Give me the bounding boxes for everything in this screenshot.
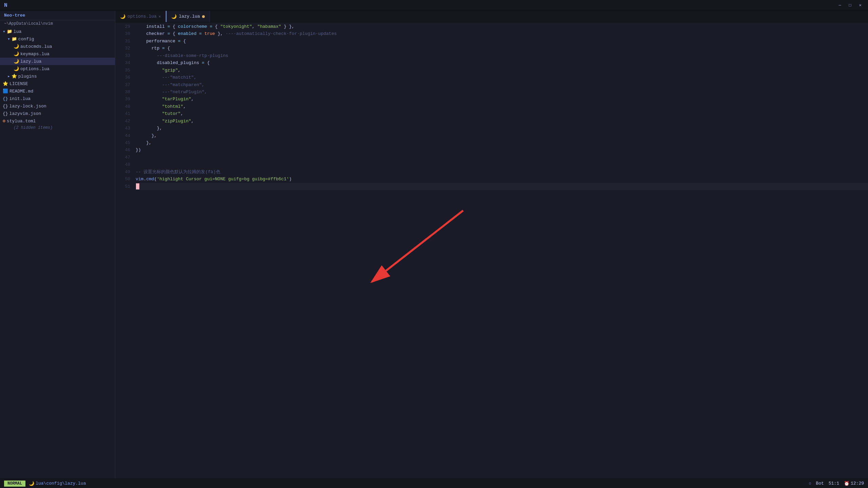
sidebar-item-label: lazyvim.json [9,111,41,116]
sidebar-title: Neo-tree [0,11,115,20]
tab-label: options.lua [127,14,157,19]
sidebar-item-plugins[interactable]: ▸ ⭐ plugins [0,73,115,80]
code-line-44: }, [136,132,868,139]
code-line-32: rtp = { [136,45,868,52]
hidden-items-label: (2 hidden items) [0,125,115,131]
file-type-icon: 🌙 [29,481,34,486]
code-content: install = { colorscheme = { "tokyonight"… [133,22,868,479]
sidebar-item-label: config [18,37,34,42]
code-line-51 [136,183,868,190]
sidebar-item-lazyvim[interactable]: {} lazyvim.json [0,110,115,117]
code-line-49: -- 设置光标的颜色默认为拉姆的发(fà)色 [136,168,868,176]
code-line-34: disabled_plugins = { [136,59,868,66]
sidebar-item-readme[interactable]: 🟦 README.md [0,87,115,95]
editor-area: 🌙 options.lua ✕ 🌙 lazy.lua 29 30 31 32 3… [115,11,868,479]
tab-file-icon: 🌙 [120,14,125,19]
sidebar-item-label: stylua.toml [7,119,36,124]
sidebar-item-autocmds[interactable]: 🌙 autocmds.lua [0,43,115,50]
app-logo: N [4,2,7,8]
code-line-48 [136,161,868,168]
status-position: 51:1 [829,481,839,486]
status-right: o Bot 51:1 ⏰ 12:29 [809,481,864,486]
code-line-45: }, [136,139,868,146]
sidebar-item-label: keymaps.lua [20,52,50,57]
sidebar-path: ~\AppData\Local\nvim [0,20,115,27]
code-line-39: "tarPlugin", [136,96,868,103]
sidebar-item-license[interactable]: ⭐ LICENSE [0,80,115,87]
code-line-43: }, [136,125,868,132]
sidebar-item-config[interactable]: ▾ 📁 config [0,35,115,43]
status-time-value: 12:29 [851,481,864,486]
sidebar-item-stylua[interactable]: ⚙ stylua.toml [0,117,115,125]
folder-icon: 📁 [7,29,12,34]
tab-close-button[interactable]: ✕ [159,14,161,19]
titlebar-left: N [4,2,7,8]
folder-open-icon: ▾ [7,36,10,42]
lua-file-icon: {} [3,96,8,101]
sidebar-item-label: README.md [9,89,33,94]
code-line-47 [136,154,868,161]
minimize-button[interactable]: — [836,2,844,9]
status-file: 🌙 lua\config\lazy.lua [29,481,86,486]
line-numbers: 29 30 31 32 33 34 35 36 37 38 39 40 41 4… [115,22,133,479]
status-o: o [809,481,811,486]
json-file-icon: {} [3,111,8,116]
code-line-41: "tutor", [136,110,868,117]
status-file-path: lua\config\lazy.lua [36,481,86,486]
sidebar-item-init[interactable]: {} init.lua [0,95,115,102]
sidebar-item-label: plugins [18,74,37,79]
folder-icon: 📁 [12,36,17,42]
lua-file-icon: 🌙 [14,59,19,64]
code-line-31: performance = { [136,38,868,45]
sidebar: Neo-tree ~\AppData\Local\nvim ▾ 📁 lua ▾ … [0,11,115,479]
lua-file-icon: 🌙 [14,44,19,49]
lua-file-icon: 🌙 [14,66,19,72]
sidebar-item-keymaps[interactable]: 🌙 keymaps.lua [0,50,115,58]
main-layout: Neo-tree ~\AppData\Local\nvim ▾ 📁 lua ▾ … [0,11,868,479]
folder-icon: ⭐ [12,74,17,79]
sidebar-item-lazy-lock[interactable]: {} lazy-lock.json [0,102,115,110]
mode-indicator: NORMAL [4,481,25,487]
lua-file-icon: 🌙 [14,51,19,57]
sidebar-item-label: autocmds.lua [20,44,52,49]
sidebar-item-lua[interactable]: ▾ 📁 lua [0,28,115,35]
code-line-46: }) [136,146,868,154]
license-file-icon: ⭐ [3,81,8,86]
code-line-37: --·"matchparen", [136,81,868,88]
code-editor[interactable]: 29 30 31 32 33 34 35 36 37 38 39 40 41 4… [115,22,868,479]
sidebar-item-label: lua [14,29,21,34]
sidebar-item-lazy[interactable]: 🌙 lazy.lua [0,58,115,65]
tabs-bar: 🌙 options.lua ✕ 🌙 lazy.lua [115,11,868,22]
titlebar-controls: — □ ✕ [836,2,864,9]
tab-options[interactable]: 🌙 options.lua ✕ [115,11,166,22]
sidebar-item-label: LICENSE [9,81,28,86]
code-line-50: vim.cmd('highlight Cursor gui=NONE guifg… [136,176,868,183]
file-tree: ▾ 📁 lua ▾ 📁 config 🌙 autocmds.lua 🌙 keym… [0,27,115,479]
code-line-30: checker = { enabled = true }, ·--·automa… [136,30,868,37]
tab-modified-indicator [202,15,205,18]
tab-label: lazy.lua [179,14,200,19]
tab-lazy[interactable]: 🌙 lazy.lua [166,11,210,22]
maximize-button[interactable]: □ [846,2,854,9]
status-time: ⏰ 12:29 [844,481,864,486]
sidebar-item-options[interactable]: 🌙 options.lua [0,65,115,73]
code-line-36: --·"matchit", [136,74,868,81]
json-file-icon: {} [3,104,8,109]
sidebar-item-label: init.lua [9,96,31,101]
clock-icon: ⏰ [844,481,849,486]
readme-file-icon: 🟦 [3,88,8,94]
titlebar: N — □ ✕ [0,0,868,11]
tab-file-icon: 🌙 [171,14,177,19]
code-line-42: "zipPlugin", [136,118,868,125]
folder-closed-icon: ▸ [7,74,10,79]
code-line-40: "tohtml", [136,103,868,110]
code-line-35: "gzip", [136,67,868,74]
close-button[interactable]: ✕ [856,2,864,9]
sidebar-item-label: lazy-lock.json [9,104,46,109]
sidebar-item-label: lazy.lua [20,59,41,64]
text-cursor [136,183,139,189]
toml-file-icon: ⚙ [3,118,5,124]
sidebar-item-label: options.lua [20,66,50,72]
status-bot: Bot [816,481,824,486]
code-line-33: --·disable·some·rtp·plugins [136,52,868,59]
